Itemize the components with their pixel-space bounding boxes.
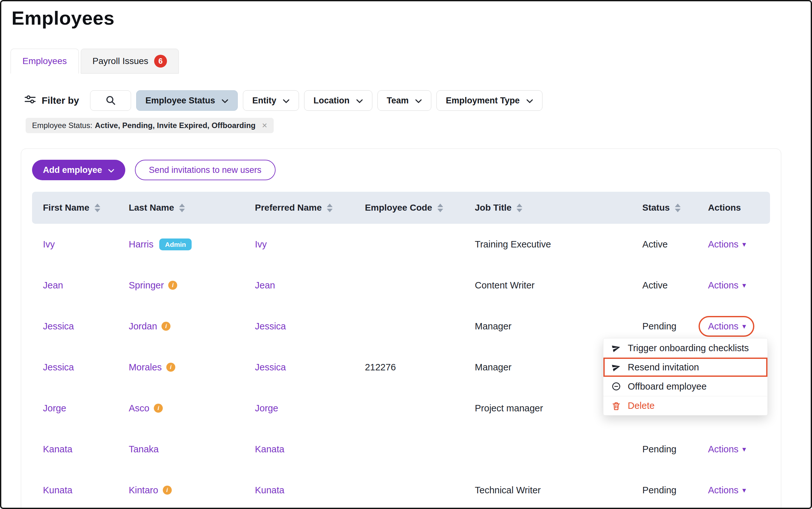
status: Active [643,280,708,291]
chevron-down-icon [221,96,228,106]
menu-item-delete[interactable]: Delete [603,396,768,415]
first-name-link[interactable]: Ivy [43,239,55,250]
preferred-name-link[interactable]: Kanata [255,444,285,454]
card-toolbar: Add employee Send invitations to new use… [32,160,770,180]
minus-circle-icon [611,382,621,391]
filter-bar: Filter by Employee Status Entity Locatio… [24,90,811,111]
add-employee-button[interactable]: Add employee [32,160,125,180]
caret-down-icon: ▾ [743,486,746,495]
employees-card: Add employee Send invitations to new use… [21,148,781,509]
menu-item-resend-invitation[interactable]: Resend invitation [603,358,768,377]
table-header: First Name Last Name Preferred Name Empl… [32,192,770,224]
filter-by-label: Filter by [24,95,79,107]
last-name-link[interactable]: Tanaka [129,444,159,454]
chevron-down-icon [108,165,115,175]
info-icon[interactable]: i [154,404,163,413]
filter-button-employee-status[interactable]: Employee Status [136,90,238,111]
payroll-issues-count-badge: 6 [154,55,167,68]
chevron-down-icon [415,96,422,106]
actions-button[interactable]: Actions ▾ [708,444,746,454]
last-name-link[interactable]: Jordan [129,321,157,332]
menu-item-offboard-employee[interactable]: Offboard employee [603,377,768,396]
col-header-employee-code[interactable]: Employee Code [365,203,475,213]
info-icon[interactable]: i [163,486,172,495]
send-invitations-button[interactable]: Send invitations to new users [135,160,276,180]
first-name-link[interactable]: Jessica [43,321,74,332]
actions-button[interactable]: Actions ▾ [708,239,746,250]
actions-button[interactable]: Actions ▾ [708,485,746,496]
filter-button-employment-type[interactable]: Employment Type [436,90,542,111]
status: Active [643,239,708,250]
table-row: Jean Springer i Jean Content Writer Acti… [32,265,770,306]
last-name-link[interactable]: Kintaro [129,485,158,496]
info-icon[interactable]: i [168,281,177,290]
first-name-link[interactable]: Kanata [43,444,72,454]
caret-down-icon: ▾ [743,445,746,453]
status: Pending [643,444,708,454]
first-name-link[interactable]: Jessica [43,362,74,373]
chevron-down-icon [356,96,363,106]
employee-status-filter-chip: Employee Status: Active, Pending, Invite… [26,118,274,133]
tab-payroll-issues[interactable]: Payroll Issues 6 [81,49,179,74]
filter-button-entity[interactable]: Entity [243,90,299,111]
send-icon [610,342,622,354]
caret-down-icon: ▾ [743,281,746,290]
col-header-last-name[interactable]: Last Name [129,203,255,213]
table-row: Kunata Kintaro i Kunata Technical Writer… [32,470,770,509]
search-button[interactable] [90,90,131,111]
actions-dropdown-menu: Trigger onboarding checklists Resend inv… [603,338,768,415]
employee-code: 212276 [365,362,475,373]
filter-sliders-icon [24,95,36,107]
preferred-name-link[interactable]: Kunata [255,485,285,496]
preferred-name-link[interactable]: Jean [255,280,275,291]
actions-button-highlighted[interactable]: Actions ▾ [708,321,746,332]
admin-badge: Admin [159,238,192,250]
remove-filter-icon[interactable]: × [262,121,267,130]
job-title: Content Writer [475,280,643,291]
preferred-name-link[interactable]: Jorge [255,403,278,414]
first-name-link[interactable]: Jorge [43,403,66,414]
col-header-job-title[interactable]: Job Title [475,203,643,213]
info-icon[interactable]: i [166,363,175,372]
first-name-link[interactable]: Kunata [43,485,72,496]
caret-down-icon: ▾ [743,322,746,331]
sort-icon[interactable] [327,204,333,212]
job-title: Technical Writer [475,485,643,496]
last-name-link[interactable]: Harris [129,239,154,250]
preferred-name-link[interactable]: Jessica [255,321,286,332]
sort-icon[interactable] [179,204,185,212]
sort-icon[interactable] [437,204,443,212]
search-icon [105,95,116,107]
status: Pending [643,321,708,332]
col-header-first-name[interactable]: First Name [32,203,129,213]
info-icon[interactable]: i [161,322,170,331]
preferred-name-link[interactable]: Ivy [255,239,267,250]
col-header-preferred-name[interactable]: Preferred Name [255,203,365,213]
filter-button-team[interactable]: Team [377,90,432,111]
menu-item-trigger-onboarding[interactable]: Trigger onboarding checklists [603,338,768,358]
tab-employees[interactable]: Employees [10,49,79,74]
last-name-link[interactable]: Morales [129,362,162,373]
table-row: Ivy Harris Admin Ivy Training Executive … [32,224,770,265]
sort-icon[interactable] [95,204,100,212]
tab-bar: Employees Payroll Issues 6 [10,49,811,74]
actions-button[interactable]: Actions ▾ [708,280,746,291]
last-name-link[interactable]: Asco [129,403,149,414]
job-title: Manager [475,321,643,332]
chevron-down-icon [283,96,290,106]
preferred-name-link[interactable]: Jessica [255,362,286,373]
chevron-down-icon [526,96,533,106]
tab-employees-label: Employees [23,56,67,66]
page-title: Employees [11,7,811,29]
sort-icon[interactable] [675,204,681,212]
trash-icon [611,401,621,411]
status: Pending [643,485,708,496]
col-header-actions: Actions [708,203,770,213]
sort-icon[interactable] [517,204,522,212]
col-header-status[interactable]: Status [643,203,708,213]
last-name-link[interactable]: Springer [129,280,164,291]
send-icon [610,362,622,373]
caret-down-icon: ▾ [743,240,746,249]
filter-button-location[interactable]: Location [304,90,372,111]
first-name-link[interactable]: Jean [43,280,63,291]
